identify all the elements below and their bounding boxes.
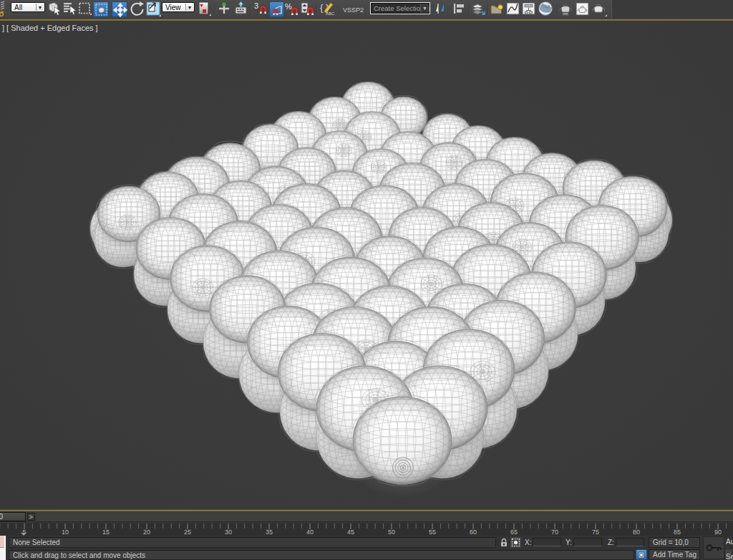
svg-text:3: 3	[254, 1, 258, 10]
svg-text:ABC: ABC	[326, 11, 335, 16]
svg-text:%: %	[285, 2, 292, 11]
